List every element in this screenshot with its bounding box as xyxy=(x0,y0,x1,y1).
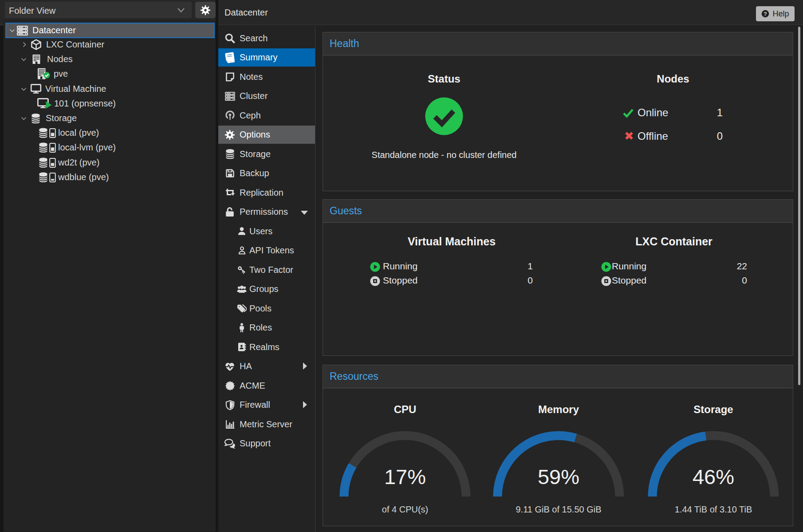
svg-text:?: ? xyxy=(764,11,768,17)
